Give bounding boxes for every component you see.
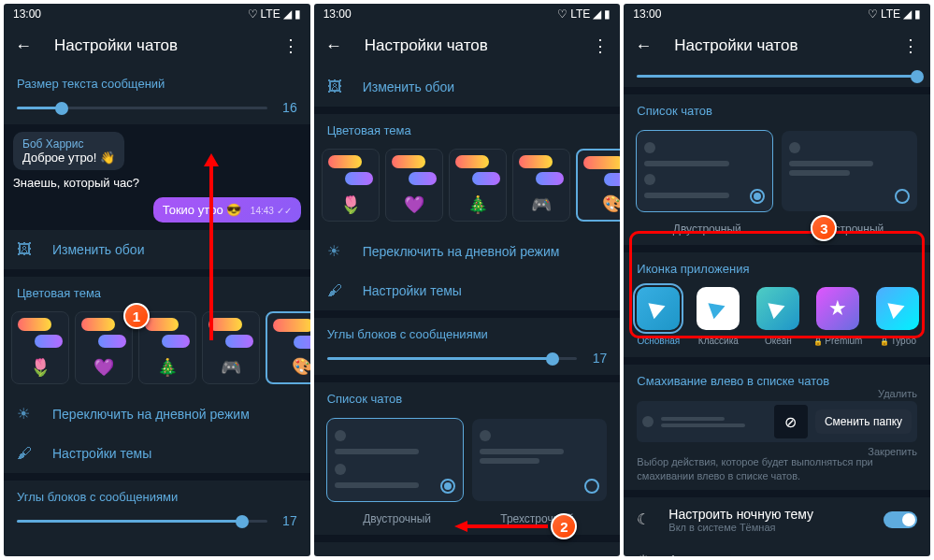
corners-slider[interactable]: 17 (4, 510, 310, 538)
text-size-slider[interactable]: 16 (4, 96, 310, 124)
battery-icon: ▮ (604, 7, 611, 21)
chat-preview: Боб Харрис Доброе утро! 👋 Знаешь, которы… (4, 124, 310, 230)
theme-settings[interactable]: 🖌 Настройки темы (4, 434, 310, 473)
theme-settings-label: Настройки темы (52, 446, 151, 461)
theme-card-selected[interactable]: 🎨 (576, 149, 621, 222)
lock-icon: 🔒 (813, 337, 823, 346)
statusbar: 13:00 ♡ LTE ◢ ▮ (4, 4, 310, 24)
header: ← Настройки чатов ⋮ (624, 24, 930, 67)
statusbar: 13:00 ♡LTE◢▮ (314, 4, 621, 24)
signal-icon: ◢ (903, 7, 912, 21)
sun-icon: ☀ (17, 405, 36, 423)
message-out: Токио утро 😎 14:43 ✓✓ (153, 197, 301, 223)
arrow-left-icon (454, 517, 548, 536)
themes-row[interactable]: 🌷 💜 🎄 🎮 🎨 (4, 306, 310, 394)
anim-label: Анимации (668, 553, 917, 556)
image-icon: 🖼 (17, 241, 36, 258)
brush-icon: 🖌 (17, 445, 36, 462)
themes-row[interactable]: 🌷 💜 🎄 🎮 🎨 (314, 143, 621, 231)
theme-card-selected[interactable]: 🎨 (266, 311, 310, 384)
corners-value: 17 (588, 351, 607, 366)
radio-icon (584, 479, 599, 494)
theme-card[interactable]: 🌷 (11, 311, 69, 384)
delete-label: Удалить (878, 388, 917, 399)
more-icon[interactable]: ⋮ (902, 36, 919, 56)
change-wallpaper[interactable]: 🖼 Изменить обои (314, 67, 621, 107)
radio-icon (750, 189, 765, 204)
signal-icon: ◢ (593, 7, 601, 21)
day-mode[interactable]: ☀ Переключить на дневной режим (314, 231, 621, 271)
image-icon: 🖼 (327, 79, 346, 95)
chatlist-label: Список чатов (314, 382, 621, 411)
corners-slider[interactable]: 17 (314, 347, 621, 375)
chatlist-label: Список чатов (624, 94, 930, 123)
network: LTE (881, 7, 900, 21)
three-line-option[interactable] (472, 419, 608, 501)
night-theme-row[interactable]: ☾ Настроить ночную тему Вкл в системе Тё… (624, 497, 930, 542)
reply-time: 14:43 ✓✓ (251, 206, 292, 216)
lock-icon: 🔒 (880, 337, 889, 346)
color-theme-label: Цветовая тема (4, 277, 310, 306)
animations-row[interactable]: ⚙ Анимации (624, 542, 930, 556)
battery-icon: ▮ (295, 7, 301, 21)
two-line-label: Двустрочный (327, 512, 467, 525)
three-line-option[interactable] (782, 131, 917, 211)
brush-icon: 🖌 (327, 282, 346, 299)
swipe-preview: ⊘ Сменить папку (624, 394, 930, 450)
arrow-up-icon (200, 153, 223, 340)
heart-icon: ♡ (248, 7, 258, 21)
theme-card[interactable]: 🎮 (512, 149, 570, 222)
theme-card[interactable]: 💜 (75, 311, 133, 384)
more-icon[interactable]: ⋮ (592, 36, 609, 56)
msg-question: Знаешь, который час? (13, 174, 301, 192)
heart-icon: ♡ (557, 7, 568, 21)
page-title: Настройки чатов (365, 36, 593, 55)
block-icon: ⊘ (774, 405, 808, 438)
toggle-switch[interactable] (884, 511, 917, 528)
top-slider[interactable] (624, 67, 930, 87)
night-title: Настроить ночную тему (668, 507, 870, 522)
phone-1: 13:00 ♡ LTE ◢ ▮ ← Настройки чатов ⋮ Разм… (4, 4, 310, 556)
day-mode-label: Переключить на дневной режим (363, 244, 560, 259)
animation-icon: ⚙ (637, 552, 655, 556)
more-icon[interactable]: ⋮ (282, 36, 299, 56)
app-icon-label: Иконка приложения (314, 542, 621, 556)
chatlist-options (624, 123, 930, 219)
theme-card[interactable]: 🌷 (322, 149, 380, 222)
radio-icon (440, 479, 455, 494)
network: LTE (261, 7, 280, 21)
corners-label: Углы блоков с сообщениями (314, 318, 621, 347)
day-mode-label: Переключить на дневной режим (52, 407, 250, 422)
time: 13:00 (13, 7, 41, 21)
time: 13:00 (323, 7, 352, 21)
header: ← Настройки чатов ⋮ (4, 24, 310, 67)
color-theme-label: Цветовая тема (314, 114, 621, 143)
network: LTE (570, 7, 590, 21)
back-arrow-icon[interactable]: ← (325, 36, 342, 56)
day-mode[interactable]: ☀ Переключить на дневной режим (4, 394, 310, 434)
svg-marker-1 (204, 153, 219, 166)
corners-label: Углы блоков с сообщениями (4, 481, 310, 510)
svg-marker-3 (454, 521, 467, 532)
theme-card[interactable]: 💜 (385, 149, 443, 222)
two-line-option[interactable] (637, 131, 772, 211)
callout-1: 1 (123, 303, 150, 329)
pin-label: Закрепить (868, 446, 917, 457)
back-arrow-icon[interactable]: ← (635, 36, 652, 56)
text-size-label: Размер текста сообщений (4, 67, 310, 96)
theme-settings[interactable]: 🖌 Настройки темы (314, 271, 621, 310)
header: ← Настройки чатов ⋮ (314, 24, 621, 67)
back-arrow-icon[interactable]: ← (15, 36, 32, 56)
msg-text: Доброе утро! 👋 (22, 151, 115, 165)
statusbar: 13:00 ♡LTE◢▮ (624, 4, 930, 24)
wallpaper-label: Изменить обои (52, 242, 144, 257)
theme-card[interactable]: 🎄 (449, 149, 507, 222)
heart-icon: ♡ (868, 7, 878, 21)
theme-settings-label: Настройки темы (363, 283, 462, 298)
message-in: Боб Харрис Доброе утро! 👋 (13, 132, 124, 170)
time: 13:00 (633, 7, 661, 21)
two-line-option[interactable] (327, 419, 463, 501)
change-wallpaper[interactable]: 🖼 Изменить обои (4, 230, 310, 269)
corners-value: 17 (279, 513, 297, 528)
change-folder-button[interactable]: Сменить папку (815, 409, 912, 434)
